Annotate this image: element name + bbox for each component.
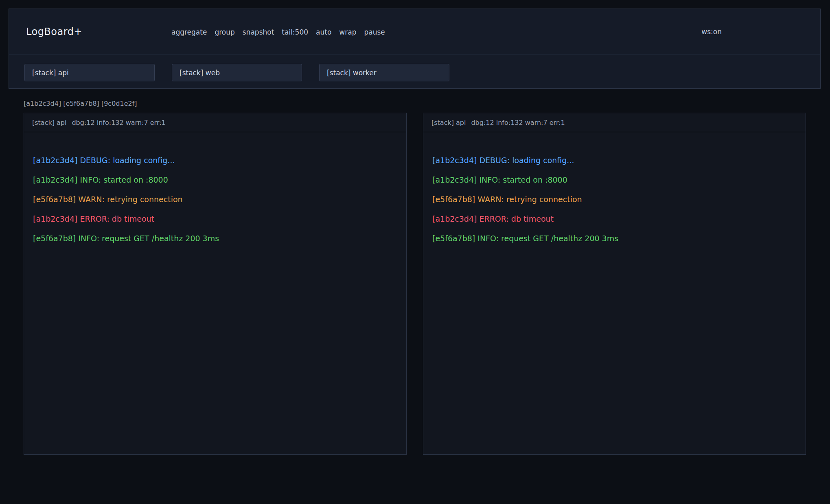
log-body[interactable]: [a1b2c3d4] DEBUG: loading config... [a1b…	[24, 132, 406, 454]
panel-title: [stack] api	[431, 119, 466, 127]
log-line: [e5f6a7b8] INFO: request GET /healthz 20…	[432, 229, 797, 248]
ws-status-badge: ws:on	[701, 28, 722, 36]
log-line: [e5f6a7b8] WARN: retrying connection	[33, 190, 397, 209]
log-line: [a1b2c3d4] ERROR: db timeout	[432, 209, 797, 229]
topbar: LogBoard+ aggregate group snapshot tail:…	[9, 9, 820, 55]
log-line: [a1b2c3d4] INFO: started on :8000	[33, 170, 397, 190]
panel-header: [stack] api dbg:12 info:132 warn:7 err:1	[24, 113, 406, 132]
toolbar: aggregate group snapshot tail:500 auto w…	[171, 9, 385, 55]
log-line: [e5f6a7b8] INFO: request GET /healthz 20…	[33, 229, 397, 248]
stack-tab-web[interactable]: [stack] web	[172, 64, 302, 81]
stack-tab-worker[interactable]: [stack] worker	[319, 64, 449, 81]
toolbar-item-auto[interactable]: auto	[316, 28, 331, 36]
panel-header: [stack] api dbg:12 info:132 warn:7 err:1	[423, 113, 806, 132]
session-ids: [a1b2c3d4] [e5f6a7b8] [9c0d1e2f]	[24, 100, 137, 107]
toolbar-item-pause[interactable]: pause	[364, 28, 385, 36]
log-line: [a1b2c3d4] DEBUG: loading config...	[33, 151, 397, 170]
toolbar-item-group[interactable]: group	[215, 28, 234, 36]
log-line: [e5f6a7b8] WARN: retrying connection	[432, 190, 797, 209]
log-line: [a1b2c3d4] ERROR: db timeout	[33, 209, 397, 229]
toolbar-item-aggregate[interactable]: aggregate	[171, 28, 207, 36]
log-panels: [stack] api dbg:12 info:132 warn:7 err:1…	[24, 113, 806, 455]
panel-stats: dbg:12 info:132 warn:7 err:1	[72, 119, 165, 127]
panel-title: [stack] api	[32, 119, 66, 127]
log-panel-right: [stack] api dbg:12 info:132 warn:7 err:1…	[423, 113, 806, 455]
header: LogBoard+ aggregate group snapshot tail:…	[9, 9, 821, 89]
app-title: LogBoard+	[26, 26, 82, 37]
log-line: [a1b2c3d4] DEBUG: loading config...	[432, 151, 797, 170]
panel-stats: dbg:12 info:132 warn:7 err:1	[471, 119, 565, 127]
toolbar-item-wrap[interactable]: wrap	[339, 28, 356, 36]
log-panel-left: [stack] api dbg:12 info:132 warn:7 err:1…	[24, 113, 407, 455]
toolbar-item-snapshot[interactable]: snapshot	[243, 28, 274, 36]
stack-filter-row: [stack] api [stack] web [stack] worker	[24, 64, 449, 81]
stack-tab-api[interactable]: [stack] api	[24, 64, 155, 81]
log-body[interactable]: [a1b2c3d4] DEBUG: loading config... [a1b…	[423, 132, 806, 454]
toolbar-item-tail[interactable]: tail:500	[282, 28, 308, 36]
log-line: [a1b2c3d4] INFO: started on :8000	[432, 170, 797, 190]
